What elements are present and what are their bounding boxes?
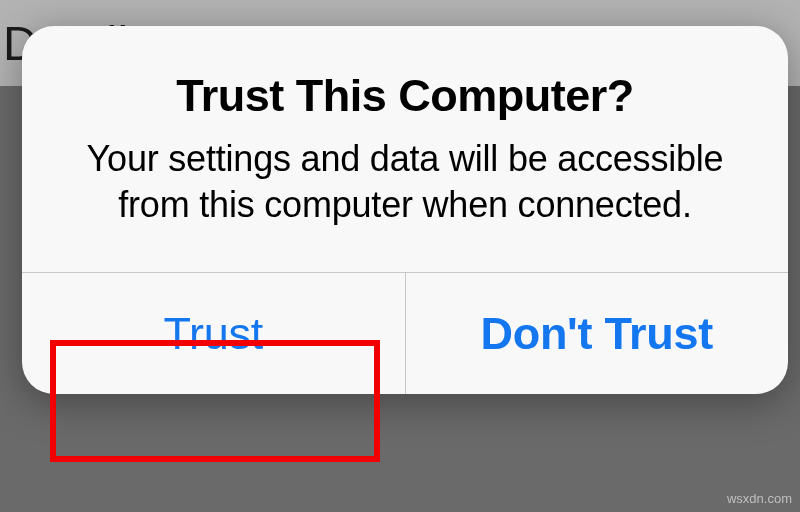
alert-message: Your settings and data will be accessibl…	[72, 136, 738, 228]
trust-computer-alert: Trust This Computer? Your settings and d…	[22, 26, 788, 394]
alert-button-row: Trust Don't Trust	[22, 272, 788, 394]
alert-title: Trust This Computer?	[72, 70, 738, 122]
trust-button[interactable]: Trust	[22, 273, 406, 394]
watermark-text: wsxdn.com	[727, 491, 792, 506]
dont-trust-button[interactable]: Don't Trust	[406, 273, 789, 394]
alert-body: Trust This Computer? Your settings and d…	[22, 26, 788, 272]
